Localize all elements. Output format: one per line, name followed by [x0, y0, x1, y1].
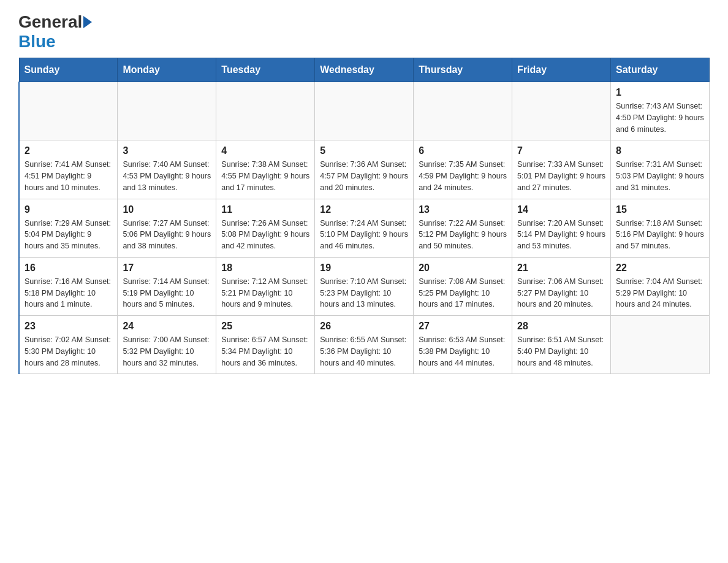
weekday-header-sunday: Sunday [19, 58, 118, 82]
calendar-cell [414, 82, 512, 140]
day-number: 19 [320, 262, 408, 274]
calendar-cell: 19Sunrise: 7:10 AM Sunset: 5:23 PM Dayli… [315, 257, 414, 315]
calendar-cell: 27Sunrise: 6:53 AM Sunset: 5:38 PM Dayli… [414, 316, 512, 374]
calendar-cell: 28Sunrise: 6:51 AM Sunset: 5:40 PM Dayli… [512, 316, 611, 374]
weekday-header-thursday: Thursday [414, 58, 512, 82]
calendar-week-row: 1Sunrise: 7:43 AM Sunset: 4:50 PM Daylig… [19, 82, 710, 140]
page-header: General Blue [18, 12, 710, 52]
calendar-cell: 7Sunrise: 7:33 AM Sunset: 5:01 PM Daylig… [512, 140, 611, 199]
day-info: Sunrise: 7:04 AM Sunset: 5:29 PM Dayligh… [616, 276, 704, 310]
day-info: Sunrise: 7:29 AM Sunset: 5:04 PM Dayligh… [25, 218, 112, 252]
day-info: Sunrise: 7:31 AM Sunset: 5:03 PM Dayligh… [616, 159, 704, 193]
calendar-cell: 24Sunrise: 7:00 AM Sunset: 5:32 PM Dayli… [118, 316, 216, 374]
day-info: Sunrise: 7:41 AM Sunset: 4:51 PM Dayligh… [25, 159, 112, 193]
day-info: Sunrise: 7:14 AM Sunset: 5:19 PM Dayligh… [123, 276, 211, 310]
day-number: 12 [320, 204, 408, 215]
calendar-cell: 1Sunrise: 7:43 AM Sunset: 4:50 PM Daylig… [611, 82, 710, 140]
day-info: Sunrise: 7:06 AM Sunset: 5:27 PM Dayligh… [517, 276, 605, 310]
calendar-cell [216, 82, 315, 140]
day-number: 20 [419, 262, 507, 274]
day-number: 25 [221, 321, 309, 332]
day-number: 11 [221, 204, 309, 215]
logo: General Blue [18, 12, 93, 52]
calendar-cell: 4Sunrise: 7:38 AM Sunset: 4:55 PM Daylig… [216, 140, 315, 199]
day-info: Sunrise: 6:55 AM Sunset: 5:36 PM Dayligh… [320, 334, 408, 369]
day-info: Sunrise: 7:24 AM Sunset: 5:10 PM Dayligh… [320, 218, 408, 252]
calendar-cell: 21Sunrise: 7:06 AM Sunset: 5:27 PM Dayli… [512, 257, 611, 315]
day-info: Sunrise: 7:10 AM Sunset: 5:23 PM Dayligh… [320, 276, 408, 310]
calendar-cell: 16Sunrise: 7:16 AM Sunset: 5:18 PM Dayli… [19, 257, 118, 315]
day-number: 28 [517, 321, 605, 332]
day-number: 3 [123, 145, 211, 156]
calendar-cell: 23Sunrise: 7:02 AM Sunset: 5:30 PM Dayli… [19, 316, 118, 374]
day-number: 23 [25, 321, 112, 332]
calendar-week-row: 9Sunrise: 7:29 AM Sunset: 5:04 PM Daylig… [19, 199, 710, 257]
calendar-cell: 18Sunrise: 7:12 AM Sunset: 5:21 PM Dayli… [216, 257, 315, 315]
calendar-cell: 26Sunrise: 6:55 AM Sunset: 5:36 PM Dayli… [315, 316, 414, 374]
day-number: 22 [616, 262, 704, 274]
day-info: Sunrise: 7:36 AM Sunset: 4:57 PM Dayligh… [320, 159, 408, 193]
day-number: 7 [517, 145, 605, 156]
day-info: Sunrise: 7:22 AM Sunset: 5:12 PM Dayligh… [419, 218, 507, 252]
calendar-cell: 20Sunrise: 7:08 AM Sunset: 5:25 PM Dayli… [414, 257, 512, 315]
calendar-cell: 5Sunrise: 7:36 AM Sunset: 4:57 PM Daylig… [315, 140, 414, 199]
day-number: 10 [123, 204, 211, 215]
day-info: Sunrise: 7:43 AM Sunset: 4:50 PM Dayligh… [616, 101, 704, 135]
day-number: 6 [419, 145, 507, 156]
day-info: Sunrise: 7:35 AM Sunset: 4:59 PM Dayligh… [419, 159, 507, 193]
day-number: 4 [221, 145, 309, 156]
calendar-cell [19, 82, 118, 140]
day-info: Sunrise: 6:53 AM Sunset: 5:38 PM Dayligh… [419, 334, 507, 369]
day-number: 13 [419, 204, 507, 215]
day-number: 27 [419, 321, 507, 332]
calendar-cell: 3Sunrise: 7:40 AM Sunset: 4:53 PM Daylig… [118, 140, 216, 199]
day-info: Sunrise: 6:51 AM Sunset: 5:40 PM Dayligh… [517, 334, 605, 369]
day-info: Sunrise: 7:02 AM Sunset: 5:30 PM Dayligh… [25, 334, 112, 369]
calendar-cell: 13Sunrise: 7:22 AM Sunset: 5:12 PM Dayli… [414, 199, 512, 257]
weekday-header-friday: Friday [512, 58, 611, 82]
calendar-cell: 25Sunrise: 6:57 AM Sunset: 5:34 PM Dayli… [216, 316, 315, 374]
calendar-week-row: 2Sunrise: 7:41 AM Sunset: 4:51 PM Daylig… [19, 140, 710, 199]
day-info: Sunrise: 7:16 AM Sunset: 5:18 PM Dayligh… [25, 276, 112, 310]
calendar-cell: 14Sunrise: 7:20 AM Sunset: 5:14 PM Dayli… [512, 199, 611, 257]
day-info: Sunrise: 6:57 AM Sunset: 5:34 PM Dayligh… [221, 334, 309, 369]
day-number: 9 [25, 204, 112, 215]
day-info: Sunrise: 7:08 AM Sunset: 5:25 PM Dayligh… [419, 276, 507, 310]
day-number: 1 [616, 87, 704, 98]
calendar-cell [315, 82, 414, 140]
calendar-cell: 2Sunrise: 7:41 AM Sunset: 4:51 PM Daylig… [19, 140, 118, 199]
calendar-cell: 17Sunrise: 7:14 AM Sunset: 5:19 PM Dayli… [118, 257, 216, 315]
day-number: 15 [616, 204, 704, 215]
calendar-cell: 10Sunrise: 7:27 AM Sunset: 5:06 PM Dayli… [118, 199, 216, 257]
day-info: Sunrise: 7:40 AM Sunset: 4:53 PM Dayligh… [123, 159, 211, 193]
day-info: Sunrise: 7:18 AM Sunset: 5:16 PM Dayligh… [616, 218, 704, 252]
calendar-table: SundayMondayTuesdayWednesdayThursdayFrid… [18, 58, 710, 374]
day-info: Sunrise: 7:20 AM Sunset: 5:14 PM Dayligh… [517, 218, 605, 252]
calendar-cell [512, 82, 611, 140]
day-number: 26 [320, 321, 408, 332]
day-info: Sunrise: 7:26 AM Sunset: 5:08 PM Dayligh… [221, 218, 309, 252]
day-number: 8 [616, 145, 704, 156]
day-info: Sunrise: 7:12 AM Sunset: 5:21 PM Dayligh… [221, 276, 309, 310]
calendar-week-row: 23Sunrise: 7:02 AM Sunset: 5:30 PM Dayli… [19, 316, 710, 374]
day-info: Sunrise: 7:00 AM Sunset: 5:32 PM Dayligh… [123, 334, 211, 369]
day-number: 5 [320, 145, 408, 156]
calendar-cell: 12Sunrise: 7:24 AM Sunset: 5:10 PM Dayli… [315, 199, 414, 257]
weekday-header-tuesday: Tuesday [216, 58, 315, 82]
day-info: Sunrise: 7:27 AM Sunset: 5:06 PM Dayligh… [123, 218, 211, 252]
day-number: 24 [123, 321, 211, 332]
day-number: 2 [25, 145, 112, 156]
day-number: 18 [221, 262, 309, 274]
day-info: Sunrise: 7:38 AM Sunset: 4:55 PM Dayligh… [221, 159, 309, 193]
calendar-cell: 11Sunrise: 7:26 AM Sunset: 5:08 PM Dayli… [216, 199, 315, 257]
logo-blue-text: Blue [18, 32, 56, 52]
calendar-header-row: SundayMondayTuesdayWednesdayThursdayFrid… [19, 58, 710, 82]
calendar-cell: 8Sunrise: 7:31 AM Sunset: 5:03 PM Daylig… [611, 140, 710, 199]
logo-arrow-icon [83, 16, 92, 28]
calendar-cell: 22Sunrise: 7:04 AM Sunset: 5:29 PM Dayli… [611, 257, 710, 315]
calendar-cell [611, 316, 710, 374]
day-number: 21 [517, 262, 605, 274]
calendar-week-row: 16Sunrise: 7:16 AM Sunset: 5:18 PM Dayli… [19, 257, 710, 315]
day-number: 14 [517, 204, 605, 215]
day-number: 17 [123, 262, 211, 274]
